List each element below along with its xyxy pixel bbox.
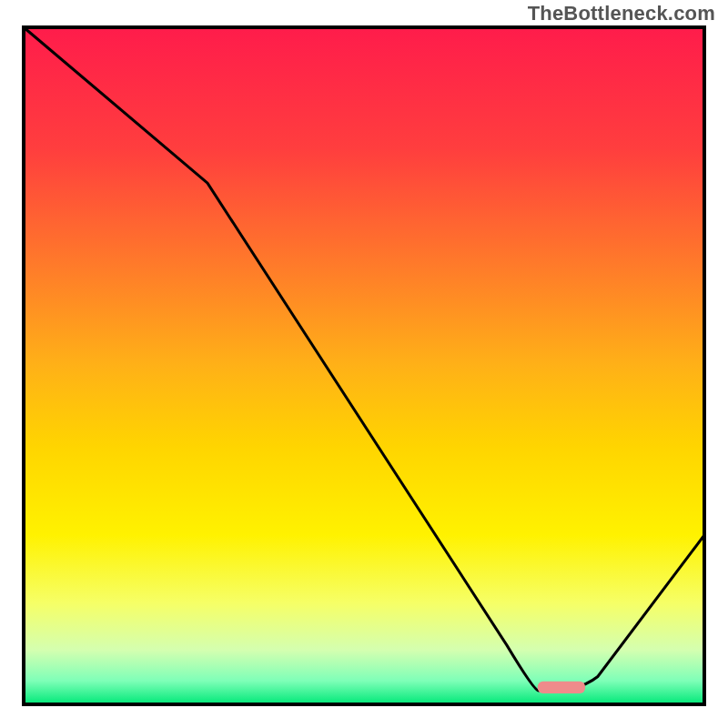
bottleneck-chart — [0, 0, 728, 728]
plot-background — [24, 27, 704, 704]
optimal-marker — [538, 682, 585, 693]
watermark-text: TheBottleneck.com — [528, 2, 715, 25]
